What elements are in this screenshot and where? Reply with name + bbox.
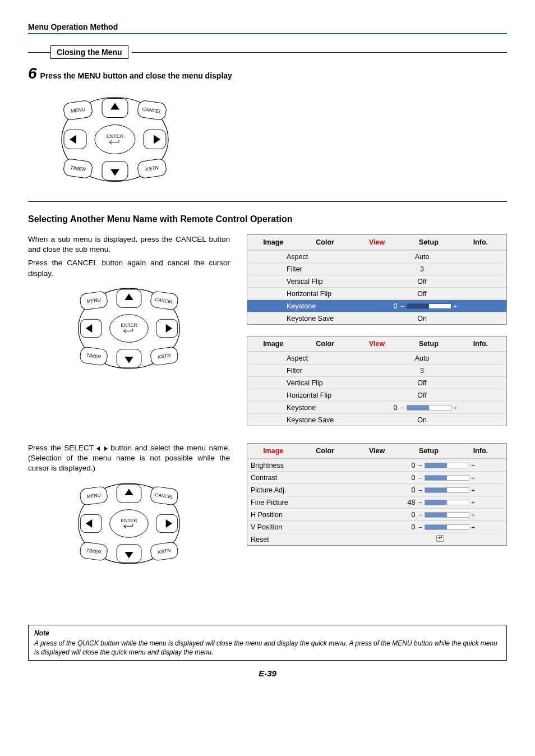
osd-tab-setup: Setup <box>403 336 454 352</box>
step-6: 6 Press the MENU button and close the me… <box>28 64 507 82</box>
osd-tab-view: View <box>351 235 403 250</box>
osd-tab-info: Info. <box>455 235 506 250</box>
section-header: Menu Operation Method <box>28 22 507 34</box>
osd-row-label: Keystone Save <box>287 315 377 322</box>
osd-row: Keystone0−+ <box>247 299 506 312</box>
osd-row-value: 0−+ <box>377 486 503 494</box>
osd-tab-view: View <box>351 444 403 459</box>
osd-row: Reset <box>247 533 506 545</box>
note-box: Note A press of the QUICK button while t… <box>28 625 507 661</box>
note-label: Note <box>34 629 501 638</box>
osd-row-value: 0−+ <box>377 404 467 412</box>
osd-row-value: 0−+ <box>377 523 503 531</box>
osd-row-label: Picture Adj. <box>251 486 377 494</box>
osd-row-value: 3 <box>377 367 467 375</box>
osd-row: Keystone0−+ <box>247 401 506 413</box>
osd-row: AspectAuto <box>247 250 506 262</box>
paragraph-1b: Press the CANCEL button again and cancel… <box>28 258 230 278</box>
osd-tab-info: Info. <box>455 336 506 352</box>
osd-tab-image: Image <box>247 444 299 459</box>
osd-row: Fine Picture48−+ <box>247 496 506 508</box>
step-number: 6 <box>28 64 37 82</box>
osd-row: AspectAuto <box>247 352 506 364</box>
osd-panel-1: ImageColorViewSetupInfo. AspectAutoFilte… <box>247 234 507 325</box>
osd-row-label: Brightness <box>251 462 377 469</box>
svg-marker-19 <box>96 446 100 451</box>
osd-row-value: Auto <box>377 354 467 362</box>
reset-icon <box>436 535 444 542</box>
note-text: A press of the QUICK button while the me… <box>34 639 497 656</box>
osd-row: Keystone SaveOn <box>247 312 506 324</box>
osd-row-label: Aspect <box>287 253 377 261</box>
osd-row-value: 48−+ <box>377 499 503 506</box>
osd-row: Vertical FlipOff <box>247 376 506 389</box>
osd-row-label: Vertical Flip <box>287 278 377 285</box>
paragraph-1a: When a sub menu is displayed, press the … <box>28 234 230 255</box>
osd-row-label: Horizontal Flip <box>287 290 377 298</box>
osd-row-label: V Position <box>251 523 377 531</box>
osd-row-label: Keystone Save <box>287 416 377 424</box>
paragraph-2: Press the SELECT button and select the m… <box>28 443 230 474</box>
osd-row-value: 0−+ <box>377 511 503 519</box>
osd-row: Filter3 <box>247 364 506 376</box>
osd-row: Horizontal FlipOff <box>247 389 506 401</box>
osd-tab-image: Image <box>247 235 299 250</box>
osd-tab-setup: Setup <box>403 444 454 459</box>
osd-tab-color: Color <box>299 336 350 352</box>
osd-tab-info: Info. <box>455 444 506 459</box>
osd-row-label: Fine Picture <box>251 499 377 506</box>
osd-row: Horizontal FlipOff <box>247 287 506 299</box>
osd-row-label: Keystone <box>287 302 377 310</box>
osd-row: H Position0−+ <box>247 508 506 520</box>
osd-row-value: On <box>377 416 467 424</box>
osd-row-value: 0−+ <box>377 462 503 469</box>
osd-tab-view: View <box>351 336 403 352</box>
osd-row: Contrast0−+ <box>247 471 506 483</box>
step-text: Press the MENU button and close the menu… <box>40 71 232 80</box>
osd-row-value: Off <box>377 290 467 298</box>
osd-row: Keystone SaveOn <box>247 413 506 426</box>
remote-figure-2 <box>73 282 185 375</box>
osd-tab-image: Image <box>247 336 299 352</box>
osd-tab-color: Color <box>299 235 350 250</box>
osd-row-label: Filter <box>287 265 377 273</box>
osd-row-label: H Position <box>251 511 377 519</box>
osd-row: Filter3 <box>247 262 506 275</box>
osd-row-label: Horizontal Flip <box>287 391 377 399</box>
subheading: Selecting Another Menu Name with Remote … <box>28 214 507 224</box>
osd-row-label: Contrast <box>251 474 377 482</box>
osd-row-value: On <box>377 315 467 322</box>
page-number: E-39 <box>28 669 507 678</box>
osd-tab-setup: Setup <box>403 235 454 250</box>
remote-figure-1 <box>56 90 174 188</box>
osd-row: Brightness0−+ <box>247 459 506 471</box>
remote-figure-3 <box>73 477 185 570</box>
osd-row-value: Auto <box>377 253 467 261</box>
osd-row-value: 0−+ <box>377 302 467 310</box>
osd-row-value: 0−+ <box>377 474 503 482</box>
osd-row-label: Aspect <box>287 354 377 362</box>
left-right-arrow-icon <box>96 446 108 451</box>
osd-row-label: Reset <box>251 536 377 543</box>
osd-row-value: 3 <box>377 265 467 273</box>
osd-row: Vertical FlipOff <box>247 275 506 287</box>
osd-row-label: Keystone <box>287 404 377 412</box>
osd-row-value: Off <box>377 379 467 387</box>
closing-menu-heading: Closing the Menu <box>28 45 507 59</box>
closing-title: Closing the Menu <box>50 45 128 59</box>
osd-row: Picture Adj.0−+ <box>247 483 506 496</box>
osd-row-label: Filter <box>287 367 377 375</box>
osd-row-value: Off <box>377 391 467 399</box>
osd-row-label: Vertical Flip <box>287 379 377 387</box>
osd-row-value <box>377 535 503 543</box>
osd-row-value: Off <box>377 278 467 285</box>
horizontal-rule <box>28 201 507 202</box>
osd-panel-2: ImageColorViewSetupInfo. AspectAutoFilte… <box>247 336 507 426</box>
osd-tab-color: Color <box>299 444 350 459</box>
osd-row: V Position0−+ <box>247 520 506 533</box>
osd-panel-3: ImageColorViewSetupInfo. Brightness0−+Co… <box>247 443 507 546</box>
